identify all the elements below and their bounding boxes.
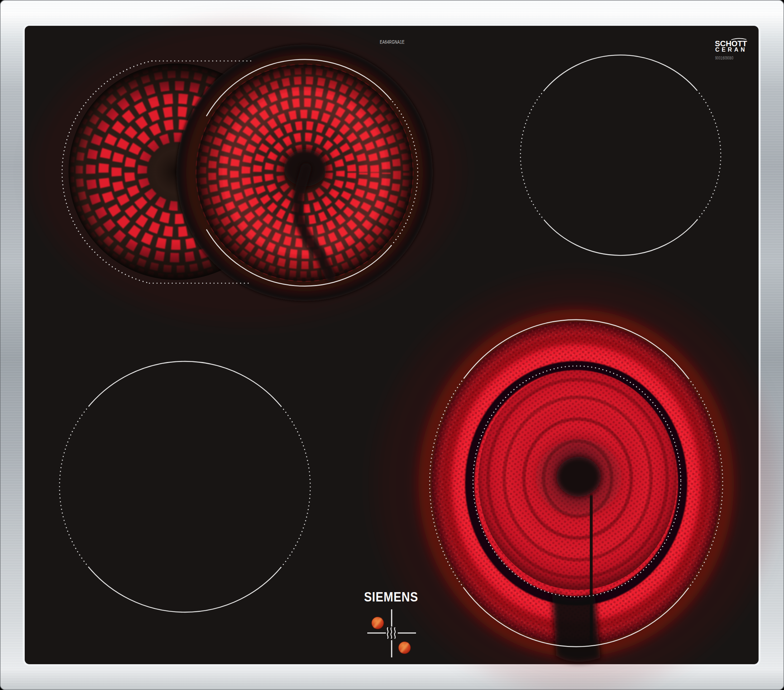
- residual-heat-dot-front: [399, 642, 411, 654]
- cooktop-scene: EA64RGNA1E SCHOTT CERAN 9001609080 SIEME…: [0, 0, 784, 690]
- fr-terminal-shadow: [552, 591, 601, 662]
- cooking-zone-back-left: [68, 45, 433, 301]
- residual-heat-dot-back: [372, 617, 384, 629]
- fr-center-dark-spot: [557, 457, 601, 497]
- cooktop-photo: EA64RGNA1E SCHOTT CERAN 9001609080 SIEME…: [0, 0, 784, 690]
- model-number-label: EA64RGNA1E: [380, 39, 405, 45]
- siemens-logo: SIEMENS: [364, 589, 418, 604]
- ceran-wordmark: CERAN: [715, 46, 747, 53]
- print-code-label: 9001609080: [715, 55, 733, 61]
